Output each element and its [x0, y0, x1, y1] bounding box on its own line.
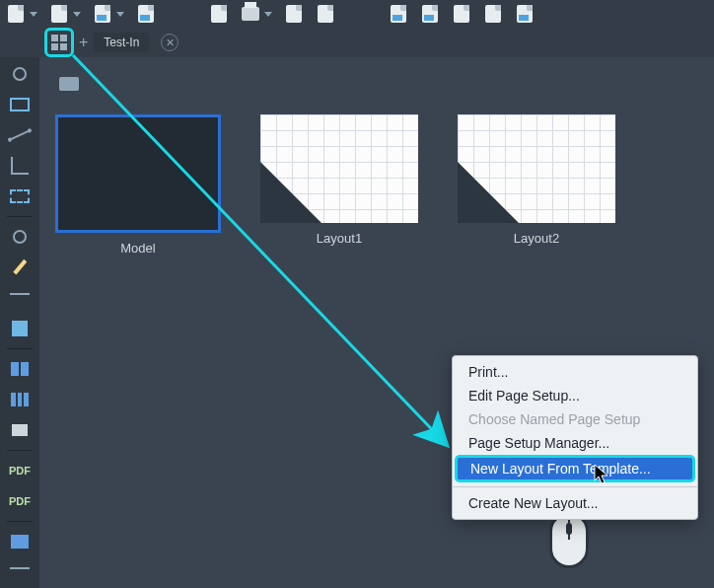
- thumbnail-row: Model Layout1 Layout2: [55, 114, 714, 256]
- doc-g-button[interactable]: [483, 4, 503, 24]
- ctx-choose-named-page-setup: Choose Named Page Setup: [453, 407, 697, 431]
- doc-f-button[interactable]: [452, 4, 471, 24]
- thumbnail-model[interactable]: [55, 114, 221, 233]
- layout-tiles-button[interactable]: [44, 28, 74, 57]
- measure-tool[interactable]: [6, 559, 34, 585]
- file-saveall-button[interactable]: [136, 4, 156, 24]
- top-toolbar: [0, 0, 714, 28]
- close-tab-button[interactable]: ✕: [161, 34, 178, 51]
- rectangle-tool[interactable]: [6, 92, 34, 117]
- line-tool[interactable]: [6, 122, 34, 148]
- blocks-a-tool[interactable]: [6, 356, 34, 382]
- tag-tool[interactable]: [6, 417, 34, 443]
- tab-test-in[interactable]: Test-In: [94, 33, 149, 52]
- pencil-tool[interactable]: [6, 255, 34, 280]
- doc-e-button[interactable]: [420, 4, 440, 24]
- ctx-edit-page-setup[interactable]: Edit Page Setup...: [453, 384, 697, 407]
- thumbnail-layout2-label: Layout2: [514, 231, 559, 246]
- doc-d-button[interactable]: [389, 4, 408, 24]
- solid-tool[interactable]: [6, 316, 34, 341]
- thumbnail-layout2[interactable]: [458, 114, 615, 223]
- ctx-new-layout-from-template[interactable]: New Layout From Template...: [455, 455, 695, 482]
- folder-up-icon[interactable]: [59, 77, 79, 91]
- doc-h-button[interactable]: [515, 4, 535, 24]
- tab-row: + Test-In ✕: [0, 28, 714, 57]
- left-tool-palette: PDF PDF: [0, 57, 39, 588]
- doc-a-button[interactable]: [209, 4, 229, 24]
- context-menu: Print... Edit Page Setup... Choose Named…: [452, 355, 698, 520]
- doc-c-button[interactable]: [316, 4, 335, 24]
- pdf-b-tool[interactable]: PDF: [6, 488, 34, 514]
- thumbnail-layout1[interactable]: [260, 114, 418, 223]
- thumbnail-layout1-label: Layout1: [317, 231, 362, 246]
- blocks-b-tool[interactable]: [6, 387, 34, 412]
- file-save-button[interactable]: [93, 4, 124, 24]
- ctx-separator: [453, 486, 697, 487]
- mouse-icon: [549, 513, 589, 568]
- settings-gear-2-icon[interactable]: [6, 224, 34, 250]
- doc-b-button[interactable]: [284, 4, 304, 24]
- settings-gear-icon[interactable]: [6, 61, 34, 87]
- thumbnail-model-label: Model: [120, 241, 155, 256]
- file-open-button[interactable]: [49, 4, 81, 24]
- crop-tool[interactable]: [6, 153, 34, 179]
- ctx-create-new-layout[interactable]: Create New Layout...: [453, 491, 697, 515]
- print-button[interactable]: [241, 4, 272, 24]
- add-tab-button[interactable]: +: [79, 34, 88, 51]
- pdf-a-tool[interactable]: PDF: [6, 458, 34, 483]
- ctx-print[interactable]: Print...: [453, 360, 697, 384]
- dimension-tool[interactable]: [6, 285, 34, 311]
- selection-tool[interactable]: [6, 184, 34, 209]
- properties-tool[interactable]: [6, 529, 34, 554]
- file-new-button[interactable]: [6, 4, 37, 24]
- ctx-page-setup-manager[interactable]: Page Setup Manager...: [453, 431, 697, 455]
